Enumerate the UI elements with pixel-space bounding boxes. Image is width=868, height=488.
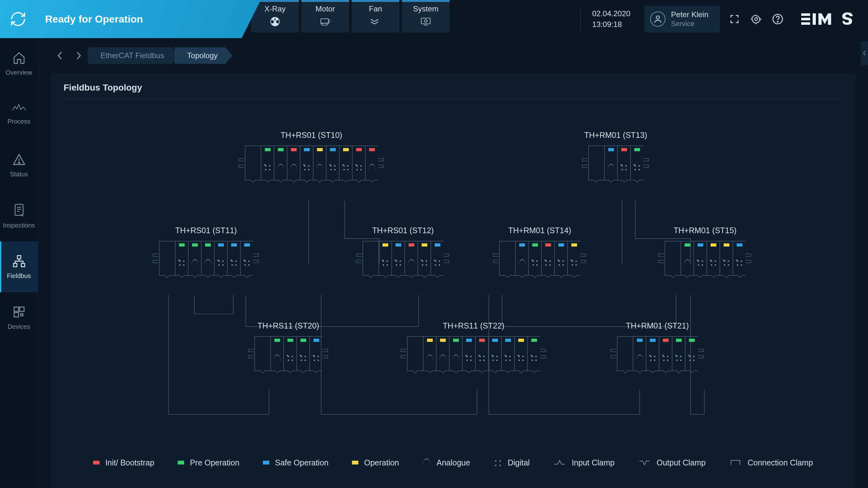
slot[interactable] <box>541 241 554 276</box>
node-st21[interactable]: TH+RM01 (ST21) <box>611 321 704 371</box>
slot[interactable] <box>707 241 719 276</box>
slot[interactable] <box>567 241 580 276</box>
slot[interactable] <box>554 241 567 276</box>
slot[interactable] <box>423 336 436 371</box>
sidebar-item-status[interactable]: Status <box>0 140 38 191</box>
slot[interactable] <box>617 145 630 181</box>
slot[interactable] <box>733 241 746 276</box>
status-led <box>685 243 690 247</box>
slot[interactable] <box>462 336 475 371</box>
slot[interactable] <box>417 241 431 276</box>
slot[interactable] <box>240 241 253 276</box>
tab-fan[interactable]: Fan <box>352 0 399 32</box>
node-st13[interactable]: TH+RM01 (ST13) <box>582 131 650 181</box>
svg-rect-15 <box>17 255 21 259</box>
status-led <box>422 243 427 247</box>
slot[interactable] <box>300 145 313 181</box>
refresh-button[interactable] <box>4 5 32 33</box>
slot[interactable] <box>339 145 352 181</box>
slot[interactable] <box>528 241 541 276</box>
slot[interactable] <box>431 241 443 276</box>
slot[interactable] <box>719 241 733 276</box>
help-button[interactable] <box>771 12 785 26</box>
node-st11[interactable]: TH+RS01 (ST11) <box>153 226 259 276</box>
slot[interactable] <box>287 145 300 181</box>
slot[interactable] <box>449 336 462 371</box>
node-st10[interactable]: TH+RS01 (ST10) <box>239 131 384 181</box>
slot[interactable] <box>283 336 296 371</box>
legend-safeop: Safe Operation <box>263 458 329 467</box>
nav-back-button[interactable] <box>51 46 69 65</box>
analogue-icon <box>450 346 462 370</box>
sidebar: Overview Process Status Inspections Fiel… <box>0 38 38 488</box>
slot[interactable] <box>296 336 309 371</box>
legend-input-clamp: Input Clamp <box>553 458 615 467</box>
status-led <box>205 243 211 247</box>
fullscreen-button[interactable] <box>727 12 741 26</box>
slot[interactable] <box>270 336 283 371</box>
slot[interactable] <box>680 241 693 276</box>
sidebar-item-process[interactable]: Process <box>0 89 38 140</box>
status-led <box>676 339 682 342</box>
digital-icon <box>515 346 527 370</box>
slot[interactable] <box>352 145 365 181</box>
settings-button[interactable] <box>749 12 763 26</box>
slot[interactable] <box>604 145 617 181</box>
slot[interactable] <box>515 241 528 276</box>
sidebar-item-inspections[interactable]: Inspections <box>0 191 38 241</box>
slot[interactable] <box>201 241 214 276</box>
date: 02.04.2020 <box>592 8 630 19</box>
user-chip[interactable]: Peter Klein Service <box>645 6 720 32</box>
tab-motor[interactable]: Motor <box>302 0 349 32</box>
slot[interactable] <box>274 145 287 181</box>
slot[interactable] <box>188 241 201 276</box>
node-st12[interactable]: TH+RS01 (ST12) <box>356 226 450 276</box>
slot[interactable] <box>378 241 392 276</box>
legend-analogue: Analogue <box>423 458 470 467</box>
digital-icon <box>431 250 443 275</box>
breadcrumb-item-0[interactable]: EtherCAT Fieldbus <box>88 47 179 64</box>
slot[interactable] <box>309 336 322 371</box>
analogue-icon <box>313 155 326 180</box>
slot[interactable] <box>392 241 404 276</box>
node-rack <box>582 145 650 181</box>
node-st14[interactable]: TH+RM01 (ST14) <box>493 226 587 276</box>
slot[interactable] <box>514 336 527 371</box>
slot[interactable] <box>404 241 417 276</box>
slot[interactable] <box>685 336 698 371</box>
sidebar-item-overview[interactable]: Overview <box>0 38 38 89</box>
breadcrumb-item-1[interactable]: Topology <box>175 47 232 64</box>
node-st22[interactable]: TH+RS11 (ST22) <box>401 321 547 371</box>
tab-xray[interactable]: X-Ray <box>251 0 299 32</box>
slot[interactable] <box>227 241 240 276</box>
digital-icon <box>528 346 540 370</box>
slot[interactable] <box>659 336 672 371</box>
node-st15[interactable]: TH+RM01 (ST15) <box>658 226 752 276</box>
node-title: TH+RS01 (ST11) <box>153 226 259 235</box>
head-slot <box>159 241 175 276</box>
slot[interactable] <box>313 145 326 181</box>
slot[interactable] <box>672 336 685 371</box>
tab-system[interactable]: System <box>402 0 450 32</box>
slot[interactable] <box>527 336 540 371</box>
slot[interactable] <box>646 336 659 371</box>
slot[interactable] <box>630 145 643 181</box>
slot[interactable] <box>501 336 514 371</box>
sidebar-item-fieldbus[interactable]: Fieldbus <box>0 241 38 292</box>
slot[interactable] <box>436 336 449 371</box>
slot[interactable] <box>214 241 227 276</box>
head-slot <box>617 336 633 371</box>
slot[interactable] <box>475 336 488 371</box>
sidebar-item-devices[interactable]: Devices <box>0 292 38 343</box>
content: EtherCAT Fieldbus Topology Fieldbus Topo… <box>38 38 868 488</box>
nav-forward-button[interactable] <box>69 46 88 65</box>
slot[interactable] <box>365 145 378 181</box>
panel-title: Fieldbus Topology <box>64 83 843 93</box>
slot[interactable] <box>326 145 339 181</box>
slot[interactable] <box>488 336 501 371</box>
slot[interactable] <box>693 241 707 276</box>
slot[interactable] <box>261 145 274 181</box>
slot[interactable] <box>175 241 188 276</box>
slot[interactable] <box>633 336 646 371</box>
node-st20[interactable]: TH+RS11 (ST20) <box>248 321 329 371</box>
